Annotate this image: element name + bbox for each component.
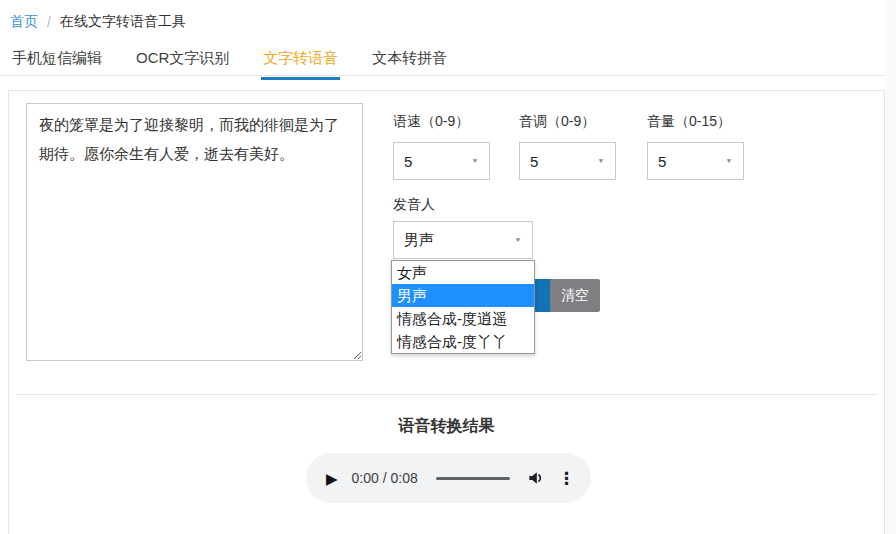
breadcrumb-current: 在线文字转语音工具 xyxy=(60,13,186,31)
volume-select[interactable]: 5 ▼ xyxy=(647,142,744,180)
tab-bar-divider xyxy=(0,75,886,76)
volume-icon[interactable] xyxy=(526,468,546,488)
audio-player: ▶ 0:00 / 0:08 ⋮ xyxy=(306,453,591,503)
audio-progress-bar[interactable] xyxy=(436,477,510,480)
result-title: 语音转换结果 xyxy=(9,416,884,437)
speaker-option-female[interactable]: 女声 xyxy=(392,261,534,284)
section-divider xyxy=(17,394,878,395)
chevron-down-icon: ▼ xyxy=(597,157,605,164)
scrollbar-track[interactable] xyxy=(886,0,896,534)
speaker-options-list: 女声 男声 情感合成-度逍遥 情感合成-度丫丫 xyxy=(391,260,535,354)
speed-select[interactable]: 5 ▼ xyxy=(393,142,490,180)
speaker-select[interactable]: 男声 ▼ xyxy=(393,221,533,259)
speed-label: 语速（0-9） xyxy=(393,113,469,131)
speaker-option-emotion-duyaya[interactable]: 情感合成-度丫丫 xyxy=(392,330,534,353)
breadcrumb-separator: / xyxy=(47,14,51,30)
source-text-input[interactable]: 夜的笼罩是为了迎接黎明，而我的徘徊是为了期待。愿你余生有人爱，逝去有美好。 xyxy=(26,103,363,361)
volume-select-value: 5 xyxy=(658,153,666,170)
kebab-menu-icon[interactable]: ⋮ xyxy=(558,470,575,487)
speaker-select-value: 男声 xyxy=(404,231,434,250)
chevron-down-icon: ▼ xyxy=(514,236,522,243)
volume-label: 音量（0-15） xyxy=(647,113,731,131)
page: 首页 / 在线文字转语音工具 手机短信编辑 OCR文字识别 文字转语音 文本转拼… xyxy=(0,0,896,534)
pitch-label: 音调（0-9） xyxy=(519,113,595,131)
audio-time-display: 0:00 / 0:08 xyxy=(352,470,418,486)
speed-select-value: 5 xyxy=(404,153,412,170)
breadcrumb: 首页 / 在线文字转语音工具 xyxy=(10,13,186,31)
speaker-option-emotion-duxiaoyao[interactable]: 情感合成-度逍遥 xyxy=(392,307,534,330)
breadcrumb-home-link[interactable]: 首页 xyxy=(10,13,38,31)
main-panel: 夜的笼罩是为了迎接黎明，而我的徘徊是为了期待。愿你余生有人爱，逝去有美好。 语速… xyxy=(8,90,885,534)
clear-button[interactable]: 清空 xyxy=(550,279,600,312)
chevron-down-icon: ▼ xyxy=(725,157,733,164)
speaker-label: 发音人 xyxy=(393,196,435,214)
pitch-select[interactable]: 5 ▼ xyxy=(519,142,616,180)
play-icon[interactable]: ▶ xyxy=(326,471,338,486)
speaker-option-male[interactable]: 男声 xyxy=(392,284,534,307)
pitch-select-value: 5 xyxy=(530,153,538,170)
chevron-down-icon: ▼ xyxy=(471,157,479,164)
